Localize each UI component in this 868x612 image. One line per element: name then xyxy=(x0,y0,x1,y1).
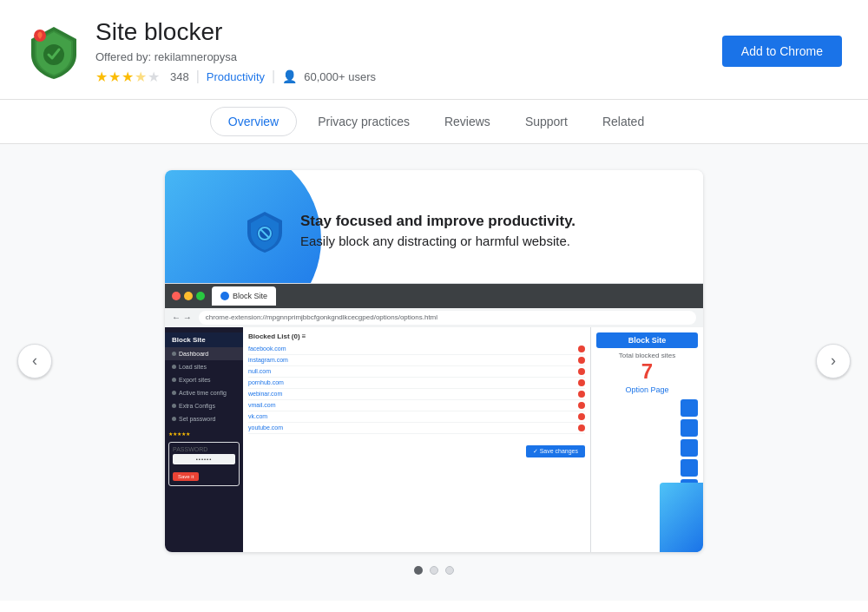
carousel-dot-2[interactable] xyxy=(430,566,438,575)
users-count: 60,000+ users xyxy=(304,70,376,83)
address-input: chrome-extension://mpgnnprimjbbcfgonkgnd… xyxy=(199,311,696,325)
tab-favicon xyxy=(220,292,229,300)
tab-related[interactable]: Related xyxy=(585,102,661,141)
sidebar-title: Block Site xyxy=(165,332,243,347)
sidebar-item-load[interactable]: Load sites xyxy=(165,360,243,373)
star-4: ★ xyxy=(135,69,147,85)
sidebar-dot xyxy=(172,404,176,408)
password-label: PASSWORD xyxy=(173,446,235,452)
dot-green xyxy=(196,292,205,300)
password-section: ★★★★★ PASSWORD •••••• Save it xyxy=(168,431,240,486)
browser-screenshot: Block Site ← → chrome-extension://mpgnnp… xyxy=(165,283,703,552)
password-input[interactable]: •••••• xyxy=(173,454,235,464)
remove-btn[interactable] xyxy=(578,345,585,352)
main-content: ‹ Stay focused an xyxy=(0,144,868,601)
panel-icon-btn-2[interactable] xyxy=(681,419,698,437)
browser-main-content: Blocked List (0) ≡ facebook.com instagra… xyxy=(243,327,590,552)
browser-sidebar: Block Site Dashboard Load sites xyxy=(165,327,243,552)
meta-separator-2: | xyxy=(272,69,275,84)
sidebar-item-time[interactable]: Active time config xyxy=(165,386,243,399)
dot-red xyxy=(172,292,181,300)
panel-icon-btn-3[interactable] xyxy=(681,439,698,457)
sidebar-item-extra[interactable]: Extra Configs xyxy=(165,399,243,412)
person-icon: 👤 xyxy=(282,69,297,83)
blocked-item: youtube.com xyxy=(248,423,585,434)
carousel-dot-1[interactable] xyxy=(414,566,423,575)
tab-reviews[interactable]: Reviews xyxy=(427,102,508,141)
blocked-item: facebook.com xyxy=(248,344,585,355)
add-to-chrome-button[interactable]: Add to Chrome xyxy=(722,36,842,67)
star-3: ★ xyxy=(122,69,134,85)
blue-shape-decoration xyxy=(660,483,703,552)
stars-rating: ★ ★ ★ ★ ★ xyxy=(95,69,160,85)
blocked-item: webinar.com xyxy=(248,389,585,400)
address-text: chrome-extension://mpgnnprimjbbcfgonkgnd… xyxy=(206,313,437,321)
tab-support[interactable]: Support xyxy=(508,102,585,141)
blocked-item: pornhub.com xyxy=(248,378,585,389)
panel-icon-btn-4[interactable] xyxy=(681,459,698,477)
header: Site blocker Offered by: rekilamneropysa… xyxy=(0,0,868,100)
browser-topbar: Block Site xyxy=(165,284,703,308)
dot-yellow xyxy=(184,292,193,300)
star-2: ★ xyxy=(108,69,121,85)
blocked-sites-list: facebook.com instagram.com null.com xyxy=(248,344,585,434)
carousel-dots xyxy=(0,566,868,583)
sidebar-dot xyxy=(172,391,176,395)
blocked-item: null.com xyxy=(248,366,585,378)
tab-overview[interactable]: Overview xyxy=(210,107,297,136)
remove-btn[interactable] xyxy=(578,391,585,398)
carousel-prev-button[interactable]: ‹ xyxy=(17,344,52,378)
password-form: PASSWORD •••••• Save it xyxy=(168,442,240,486)
remove-btn[interactable] xyxy=(578,413,585,420)
browser-mock: Block Site ← → chrome-extension://mpgnnp… xyxy=(165,283,703,552)
star-rating-row: ★★★★★ xyxy=(168,431,240,437)
carousel-next-button[interactable]: › xyxy=(816,344,851,378)
browser-content: Block Site Dashboard Load sites xyxy=(165,327,703,552)
nav-tabs: Overview Privacy practices Reviews Suppo… xyxy=(0,100,868,144)
offered-by: Offered by: rekilamneropysa xyxy=(95,50,376,63)
slide-shield-icon xyxy=(243,209,286,253)
category-link[interactable]: Productivity xyxy=(207,70,265,83)
blocked-item: vk.com xyxy=(248,411,585,423)
extension-icon xyxy=(26,23,82,79)
sidebar-item-dashboard[interactable]: Dashboard xyxy=(165,347,243,360)
meta-row: ★ ★ ★ ★ ★ 348 | Productivity | 👤 60,000+… xyxy=(95,69,376,85)
sidebar-dot xyxy=(172,417,176,421)
nav-arrows: ← → xyxy=(172,313,192,322)
extension-title: Site blocker xyxy=(95,17,376,47)
sidebar-item-export[interactable]: Export sites xyxy=(165,373,243,386)
slide-hero-section: Stay focused and improve productivity. E… xyxy=(165,170,703,283)
remove-btn[interactable] xyxy=(578,402,585,409)
header-left: Site blocker Offered by: rekilamneropysa… xyxy=(26,17,376,85)
remove-btn[interactable] xyxy=(578,424,585,431)
panel-number: 7 xyxy=(596,361,698,382)
carousel-dot-3[interactable] xyxy=(445,566,454,575)
save-changes-area: ✓ Save changes xyxy=(248,441,585,457)
browser-tab: Block Site xyxy=(212,286,276,306)
rating-count: 348 xyxy=(170,70,189,83)
panel-title: Block Site xyxy=(596,332,698,348)
panel-label: Total blocked sites xyxy=(596,352,698,359)
blocked-item: vmail.com xyxy=(248,400,585,411)
remove-btn[interactable] xyxy=(578,379,585,386)
extension-info: Site blocker Offered by: rekilamneropysa… xyxy=(95,17,376,85)
save-changes-button[interactable]: ✓ Save changes xyxy=(526,445,585,457)
browser-addressbar: ← → chrome-extension://mpgnnprimjbbcfgon… xyxy=(165,308,703,327)
remove-btn[interactable] xyxy=(578,368,585,375)
hero-line2: Easily block any distracting or harmful … xyxy=(300,232,575,250)
sidebar-dot xyxy=(172,378,176,382)
meta-separator: | xyxy=(196,69,200,84)
panel-icon-btn-1[interactable] xyxy=(681,399,698,417)
carousel-wrapper: ‹ Stay focused an xyxy=(0,170,868,552)
password-dots: •••••• xyxy=(196,457,213,462)
star-5: ★ xyxy=(148,69,160,85)
password-save-button[interactable]: Save it xyxy=(173,472,199,481)
star-1: ★ xyxy=(95,69,108,85)
tab-title: Block Site xyxy=(233,292,267,300)
panel-option-link[interactable]: Option Page xyxy=(596,385,698,394)
blocked-list-header: Blocked List (0) ≡ xyxy=(248,332,585,340)
sidebar-dot xyxy=(172,352,176,356)
remove-btn[interactable] xyxy=(578,357,585,364)
tab-privacy[interactable]: Privacy practices xyxy=(300,102,427,141)
sidebar-item-password[interactable]: Set password xyxy=(165,412,243,425)
